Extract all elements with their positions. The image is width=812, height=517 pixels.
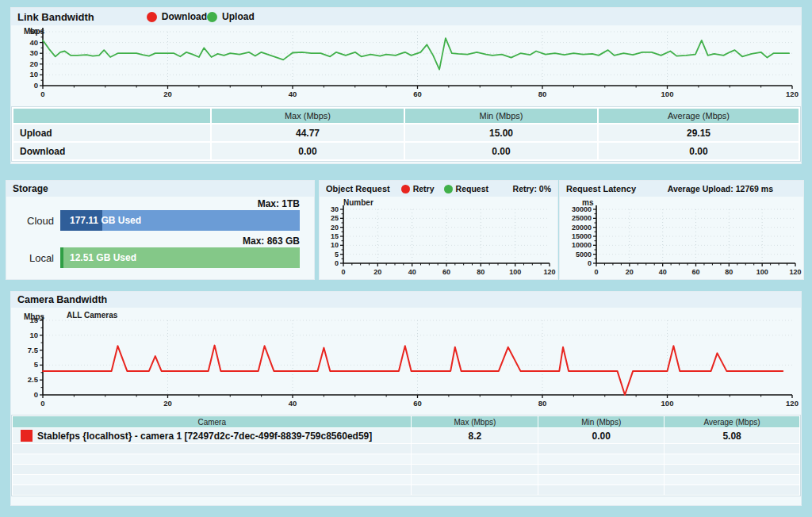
camera-table: Camera Max (Mbps) Min (Mbps) Average (Mb… <box>11 415 801 496</box>
svg-text:100: 100 <box>661 90 674 98</box>
svg-text:2.5: 2.5 <box>28 375 39 384</box>
svg-text:40: 40 <box>29 38 38 47</box>
column-header-min: Min (Mbps) <box>404 108 598 124</box>
storage-title: Storage <box>13 183 48 194</box>
object-request-title-bar: Object Request Retry Request Retry: 0% <box>320 181 557 197</box>
link-bandwidth-chart: 01020304050020406080100120 <box>11 25 801 101</box>
svg-text:20: 20 <box>331 224 339 232</box>
svg-text:100: 100 <box>509 268 521 276</box>
storage-title-bar: Storage <box>6 181 314 197</box>
svg-text:20: 20 <box>29 59 38 68</box>
camera-max-header: Max (Mbps) <box>412 416 538 428</box>
local-max-label: Max: 863 GB <box>6 236 314 247</box>
download-max-value: 0.00 <box>211 142 404 160</box>
svg-text:120: 120 <box>789 268 801 276</box>
legend-item-download[interactable]: Download <box>147 11 207 22</box>
retry-legend-label: Retry <box>413 184 435 193</box>
svg-text:0: 0 <box>40 399 44 408</box>
download-legend-dot-icon <box>147 12 157 22</box>
request-latency-panel: Request Latency Average Upload: 12769 ms… <box>560 181 803 279</box>
camera-bandwidth-title-bar: Camera Bandwidth <box>11 292 801 308</box>
svg-text:100: 100 <box>756 268 768 276</box>
svg-text:10000: 10000 <box>572 241 592 249</box>
local-used-label: 12.51 GB Used <box>70 247 136 268</box>
upload-max-value: 44.77 <box>211 124 404 142</box>
empty-table-row <box>13 465 800 475</box>
download-legend-label: Download <box>162 11 207 22</box>
svg-text:0: 0 <box>341 268 345 276</box>
svg-text:0: 0 <box>34 390 38 399</box>
retry-legend-dot-icon <box>401 185 410 193</box>
column-header-average: Average (Mbps) <box>598 108 799 124</box>
svg-text:25000: 25000 <box>572 214 592 222</box>
camera-average-value: 5.08 <box>665 428 800 444</box>
link-bandwidth-panel: Link Bandwidth Download Upload Mbps 0102… <box>11 8 801 163</box>
camera-y-unit-label: Mbps <box>24 312 44 321</box>
upload-min-value: 15.00 <box>404 124 598 142</box>
svg-text:20: 20 <box>163 399 172 408</box>
svg-text:120: 120 <box>786 399 799 408</box>
svg-text:40: 40 <box>659 268 667 276</box>
table-header-row: Max (Mbps) Min (Mbps) Average (Mbps) <box>13 108 799 124</box>
empty-table-row <box>13 454 800 465</box>
camera-average-header: Average (Mbps) <box>665 416 800 428</box>
cloud-label: Cloud <box>13 210 54 231</box>
camera-max-value: 8.2 <box>412 428 538 444</box>
object-request-title: Object Request <box>326 184 390 193</box>
empty-table-row <box>13 444 800 454</box>
object-request-panel: Object Request Retry Request Retry: 0% N… <box>320 181 557 279</box>
svg-text:100: 100 <box>661 399 674 408</box>
request-latency-title-bar: Request Latency Average Upload: 12769 ms <box>560 181 803 197</box>
table-row-upload: Upload 44.77 15.00 29.15 <box>13 124 799 142</box>
svg-text:7.5: 7.5 <box>28 346 39 354</box>
camera-table-header-row: Camera Max (Mbps) Min (Mbps) Average (Mb… <box>13 416 800 428</box>
cloud-used-label: 177.11 GB Used <box>70 210 141 231</box>
svg-text:0: 0 <box>335 259 339 267</box>
svg-text:40: 40 <box>289 90 297 98</box>
legend-item-request[interactable]: Request <box>444 184 488 193</box>
svg-text:60: 60 <box>691 268 699 276</box>
storage-panel: Storage Max: 1TB Cloud 177.11 GB Used Ma… <box>6 181 314 279</box>
svg-text:5: 5 <box>34 360 39 369</box>
upload-row-label: Upload <box>13 124 211 142</box>
svg-text:80: 80 <box>538 90 547 98</box>
svg-text:10: 10 <box>29 331 38 339</box>
svg-text:0: 0 <box>594 268 598 276</box>
download-min-value: 0.00 <box>404 142 598 160</box>
svg-text:10: 10 <box>29 70 38 79</box>
local-storage-fill <box>60 247 63 268</box>
legend-item-upload[interactable]: Upload <box>207 11 255 22</box>
empty-table-row <box>13 485 800 496</box>
cloud-max-label: Max: 1TB <box>6 198 314 209</box>
request-latency-title: Request Latency <box>566 184 636 193</box>
camera-table-row[interactable]: Stablefps {localhost} - camera 1 [72497d… <box>13 428 800 444</box>
svg-text:0: 0 <box>40 90 44 98</box>
link-y-unit-label: Mbps <box>24 27 44 36</box>
retry-percentage: Retry: 0% <box>513 184 551 193</box>
cloud-storage-bar: 177.11 GB Used <box>60 210 300 231</box>
svg-text:120: 120 <box>543 268 555 276</box>
svg-text:15000: 15000 <box>572 232 592 240</box>
svg-text:10: 10 <box>331 241 339 249</box>
local-storage-row: Local 12.51 GB Used <box>60 247 300 268</box>
camera-selector-dropdown[interactable]: ALL Cameras <box>67 311 117 320</box>
legend-item-retry[interactable]: Retry <box>401 184 435 193</box>
svg-text:15: 15 <box>331 232 339 240</box>
svg-text:25: 25 <box>331 214 339 222</box>
svg-text:20000: 20000 <box>572 224 592 232</box>
local-label: Local <box>13 247 54 268</box>
camera-column-header: Camera <box>13 416 412 428</box>
link-bandwidth-title-bar: Link Bandwidth Download Upload <box>11 8 801 25</box>
svg-text:40: 40 <box>289 399 297 408</box>
request-legend-label: Request <box>456 184 488 193</box>
svg-text:20: 20 <box>626 268 634 276</box>
camera-min-header: Min (Mbps) <box>538 416 665 428</box>
average-upload-text: Average Upload: 12769 ms <box>668 184 773 193</box>
svg-text:80: 80 <box>538 399 547 408</box>
camera-bandwidth-chart: 02.557.51015020406080100120 <box>11 308 801 411</box>
latency-y-unit-label: ms <box>582 198 593 207</box>
column-header-max: Max (Mbps) <box>211 108 404 124</box>
svg-text:5000: 5000 <box>576 251 592 258</box>
upload-legend-label: Upload <box>222 11 255 22</box>
camera-name: Stablefps {localhost} - camera 1 [72497d… <box>37 431 372 442</box>
